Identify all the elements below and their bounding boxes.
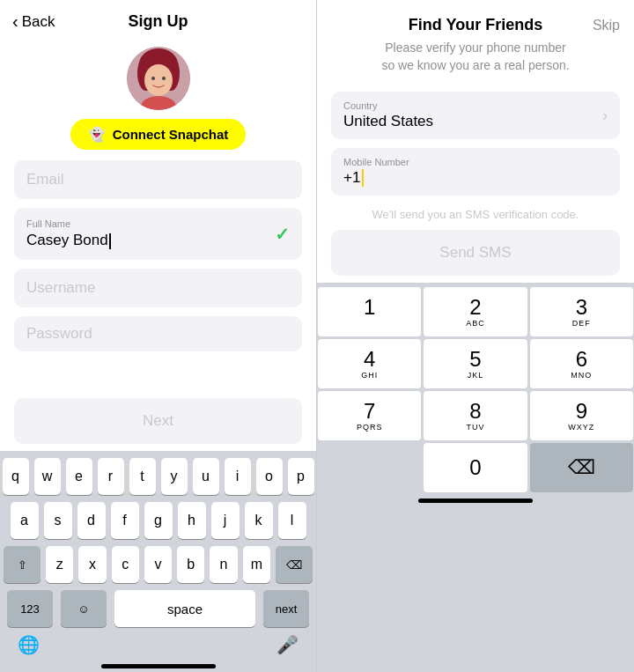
back-chevron-icon: ‹ <box>12 11 18 32</box>
shift-key[interactable]: ⇧ <box>4 546 41 583</box>
microphone-icon[interactable]: 🎤 <box>276 634 299 655</box>
password-field[interactable]: Password <box>14 316 302 351</box>
numeric-keypad: 1 2 ABC 3 DEF 4 GHI 5 JKL 6 MN <box>317 283 634 672</box>
back-button[interactable]: ‹ Back <box>12 11 55 32</box>
keyboard-row-1: q w e r t y u i o p <box>4 458 313 495</box>
key-a[interactable]: a <box>11 502 39 539</box>
key-p[interactable]: p <box>288 458 314 495</box>
mobile-prefix: +1 <box>343 169 360 187</box>
numpad-key-5[interactable]: 5 JKL <box>424 339 527 388</box>
country-field-inner: Country United States <box>343 100 602 130</box>
key-k[interactable]: k <box>245 502 273 539</box>
text-cursor <box>109 233 111 249</box>
password-placeholder: Password <box>26 325 92 342</box>
key-d[interactable]: d <box>77 502 106 539</box>
fullname-field[interactable]: Full Name Casey Bond ✓ <box>14 208 302 260</box>
right-panel: Find Your Friends Please verify your pho… <box>317 0 634 672</box>
mobile-cursor <box>362 169 364 187</box>
numpad-key-7[interactable]: 7 PQRS <box>318 391 421 440</box>
snapchat-ghost-icon: 👻 <box>88 126 106 143</box>
country-label: Country <box>343 100 602 111</box>
email-field[interactable]: Email <box>14 160 302 199</box>
space-key[interactable]: space <box>114 590 255 627</box>
key-h[interactable]: h <box>178 502 206 539</box>
numpad-key-empty <box>318 443 421 492</box>
fullname-label: Full Name <box>26 218 290 229</box>
signup-form: Email Full Name Casey Bond ✓ Username Pa… <box>0 160 316 398</box>
mobile-label: Mobile Number <box>343 157 608 167</box>
chevron-right-icon: › <box>602 107 608 125</box>
numpad-key-4[interactable]: 4 GHI <box>318 339 421 388</box>
next-key[interactable]: next <box>263 590 309 627</box>
key-q[interactable]: q <box>3 458 29 495</box>
key-c[interactable]: c <box>112 546 139 583</box>
key-e[interactable]: e <box>66 458 92 495</box>
keyboard-left: q w e r t y u i o p a s d f g h j k l ⇧ … <box>0 451 316 672</box>
country-value: United States <box>343 113 602 130</box>
find-friends-title: Find Your Friends <box>331 16 620 34</box>
numpad-key-2[interactable]: 2 ABC <box>424 287 527 336</box>
key-b[interactable]: b <box>177 546 204 583</box>
key-o[interactable]: o <box>256 458 283 495</box>
key-y[interactable]: y <box>161 458 188 495</box>
key-r[interactable]: r <box>98 458 124 495</box>
send-sms-button[interactable]: Send SMS <box>331 230 620 276</box>
numpad-key-3[interactable]: 3 DEF <box>530 287 633 336</box>
numbers-key[interactable]: 123 <box>7 590 53 627</box>
key-i[interactable]: i <box>225 458 251 495</box>
numpad-key-8[interactable]: 8 TUV <box>424 391 527 440</box>
checkmark-icon: ✓ <box>275 224 290 245</box>
numpad-row-3: 7 PQRS 8 TUV 9 WXYZ <box>317 390 634 441</box>
svg-point-4 <box>144 64 173 96</box>
right-form: Country United States › Mobile Number +1… <box>317 81 634 230</box>
username-placeholder: Username <box>26 279 95 296</box>
numpad-key-0[interactable]: 0 <box>424 443 527 492</box>
svg-point-6 <box>162 77 166 80</box>
key-m[interactable]: m <box>243 546 270 583</box>
home-indicator-right <box>418 498 533 503</box>
page-title: Sign Up <box>129 12 188 31</box>
skip-button[interactable]: Skip <box>593 18 620 33</box>
numpad-row-2: 4 GHI 5 JKL 6 MNO <box>317 338 634 389</box>
mobile-field[interactable]: Mobile Number +1 <box>331 148 620 196</box>
email-placeholder: Email <box>26 171 64 188</box>
key-w[interactable]: w <box>34 458 61 495</box>
find-friends-subtitle: Please verify your phone numberso we kno… <box>331 40 620 74</box>
key-u[interactable]: u <box>193 458 219 495</box>
avatar[interactable] <box>127 47 190 110</box>
key-j[interactable]: j <box>211 502 240 539</box>
key-v[interactable]: v <box>144 546 172 583</box>
country-field[interactable]: Country United States › <box>331 92 620 139</box>
back-label: Back <box>22 13 55 31</box>
key-n[interactable]: n <box>210 546 237 583</box>
numpad-row-4: 0 ⌫ <box>317 442 634 493</box>
username-field[interactable]: Username <box>14 269 302 307</box>
keyboard-row-2: a s d f g h j k l <box>4 502 313 539</box>
key-s[interactable]: s <box>44 502 72 539</box>
svg-point-5 <box>151 77 155 80</box>
sms-hint: We'll send you an SMS verification code. <box>331 203 620 230</box>
numpad-delete-icon: ⌫ <box>568 456 595 479</box>
key-z[interactable]: z <box>46 546 73 583</box>
numpad-delete-key[interactable]: ⌫ <box>530 443 633 492</box>
home-indicator <box>101 664 216 668</box>
fullname-value: Casey Bond <box>26 232 290 249</box>
numpad-key-6[interactable]: 6 MNO <box>530 339 633 388</box>
next-button[interactable]: Next <box>14 398 302 444</box>
key-l[interactable]: l <box>278 502 306 539</box>
key-f[interactable]: f <box>111 502 139 539</box>
connect-snapchat-button[interactable]: 👻 Connect Snapchat <box>70 119 247 150</box>
right-header: Find Your Friends Please verify your pho… <box>317 0 634 81</box>
left-panel: ‹ Back Sign Up <box>0 0 317 672</box>
connect-snapchat-label: Connect Snapchat <box>113 127 229 142</box>
key-t[interactable]: t <box>129 458 156 495</box>
numpad-key-1[interactable]: 1 <box>318 287 421 336</box>
key-g[interactable]: g <box>144 502 173 539</box>
emoji-key[interactable]: ☺ <box>61 590 107 627</box>
globe-icon[interactable]: 🌐 <box>18 634 40 655</box>
numpad-key-9[interactable]: 9 WXYZ <box>530 391 633 440</box>
delete-key[interactable]: ⌫ <box>276 546 313 583</box>
left-header: ‹ Back Sign Up <box>0 0 316 38</box>
avatar-section: 👻 Connect Snapchat <box>0 38 316 160</box>
key-x[interactable]: x <box>78 546 106 583</box>
